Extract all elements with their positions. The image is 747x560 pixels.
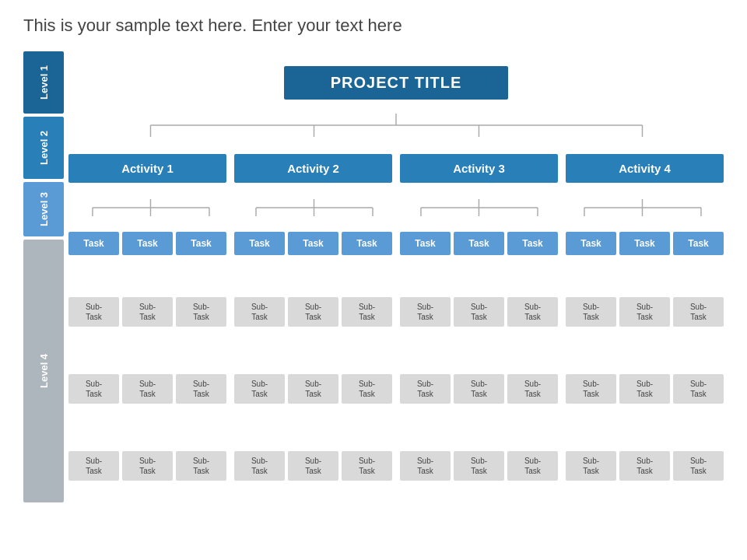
subtask-1-1-2: Sub-Task <box>122 297 173 327</box>
subtasks-row-1: Sub-Task Sub-Task Sub-Task Sub-Task Sub-… <box>68 275 724 348</box>
connector-level1 <box>68 114 724 137</box>
subtask-1-2-3: Sub-Task <box>176 374 226 404</box>
tasks-group-2: Task Task Task <box>234 232 392 255</box>
subtask-2-2-1: Sub-Task <box>234 374 285 404</box>
activity-1-label: Activity 1 <box>121 162 174 175</box>
subtasks-group-4-2: Sub-Task Sub-Task Sub-Task <box>566 374 724 404</box>
tasks-group-3: Task Task Task <box>400 232 558 255</box>
subtask-2-3-1: Sub-Task <box>234 451 285 481</box>
activities-row: Activity 1 Activity 2 Activity 3 Activit… <box>68 137 724 199</box>
level-1-label: Level 1 <box>23 51 64 114</box>
subtask-3-1-2: Sub-Task <box>454 297 504 327</box>
task-1-2: Task <box>122 232 173 255</box>
connector-svg-2 <box>68 199 724 216</box>
subtasks-group-2-2: Sub-Task Sub-Task Sub-Task <box>234 374 392 404</box>
subtask-2-3-2: Sub-Task <box>288 451 338 481</box>
header-text: This is your sample text here. Enter you… <box>23 16 724 36</box>
subtasks-group-2-3: Sub-Task Sub-Task Sub-Task <box>234 451 392 481</box>
subtasks-row-3: Sub-Task Sub-Task Sub-Task Sub-Task Sub-… <box>68 430 724 502</box>
subtask-1-2-1: Sub-Task <box>68 374 119 404</box>
subtask-3-3-2: Sub-Task <box>454 451 504 481</box>
subtask-3-2-1: Sub-Task <box>400 374 451 404</box>
subtask-3-1-1: Sub-Task <box>400 297 451 327</box>
subtask-4-3-3: Sub-Task <box>673 451 724 481</box>
subtask-2-1-1: Sub-Task <box>234 297 285 327</box>
activity-3-box: Activity 3 <box>400 154 558 183</box>
subtask-4-2-1: Sub-Task <box>566 374 616 404</box>
task-1-3: Task <box>176 232 226 255</box>
subtask-1-3-1: Sub-Task <box>68 451 119 481</box>
subtask-2-2-3: Sub-Task <box>342 374 392 404</box>
subtask-4-3-2: Sub-Task <box>619 451 670 481</box>
task-3-1: Task <box>400 232 451 255</box>
diagram-area: Level 1 Level 2 Level 3 Level 4 PROJECT … <box>23 51 724 502</box>
subtask-4-3-1: Sub-Task <box>566 451 616 481</box>
level-4-label: Level 4 <box>23 240 64 502</box>
project-title-row: PROJECT TITLE <box>68 51 724 114</box>
task-4-1: Task <box>566 232 616 255</box>
project-title-box: PROJECT TITLE <box>284 66 509 100</box>
subtask-1-1-1: Sub-Task <box>68 297 119 327</box>
subtask-2-3-3: Sub-Task <box>342 451 392 481</box>
subtasks-group-1-3: Sub-Task Sub-Task Sub-Task <box>68 451 226 481</box>
subtask-3-2-3: Sub-Task <box>507 374 558 404</box>
subtask-1-3-3: Sub-Task <box>176 451 226 481</box>
subtask-4-1-3: Sub-Task <box>673 297 724 327</box>
subtask-1-2-2: Sub-Task <box>122 374 173 404</box>
connector-svg-1 <box>68 114 724 137</box>
subtask-3-1-3: Sub-Task <box>507 297 558 327</box>
level-2-label: Level 2 <box>23 117 64 179</box>
subtask-4-1-2: Sub-Task <box>619 297 670 327</box>
subtask-3-3-1: Sub-Task <box>400 451 451 481</box>
tasks-group-1: Task Task Task <box>68 232 226 255</box>
task-4-2: Task <box>619 232 670 255</box>
activity-3-label: Activity 3 <box>453 162 505 175</box>
subtask-4-2-3: Sub-Task <box>673 374 724 404</box>
connector-level2 <box>68 199 724 216</box>
subtask-4-2-2: Sub-Task <box>619 374 670 404</box>
subtask-2-1-2: Sub-Task <box>288 297 338 327</box>
subtasks-group-1-2: Sub-Task Sub-Task Sub-Task <box>68 374 226 404</box>
subtask-2-2-2: Sub-Task <box>288 374 338 404</box>
task-2-2: Task <box>288 232 338 255</box>
subtasks-group-3-3: Sub-Task Sub-Task Sub-Task <box>400 451 558 481</box>
task-2-1: Task <box>234 232 285 255</box>
task-4-3: Task <box>673 232 724 255</box>
subtask-2-1-3: Sub-Task <box>342 297 392 327</box>
subtask-3-3-3: Sub-Task <box>507 451 558 481</box>
subtasks-section: Sub-Task Sub-Task Sub-Task Sub-Task Sub-… <box>68 275 724 502</box>
activity-2-label: Activity 2 <box>287 162 339 175</box>
task-2-3: Task <box>342 232 392 255</box>
subtasks-row-2: Sub-Task Sub-Task Sub-Task Sub-Task Sub-… <box>68 352 724 425</box>
subtasks-group-2-1: Sub-Task Sub-Task Sub-Task <box>234 297 392 327</box>
page: This is your sample text here. Enter you… <box>0 0 747 560</box>
subtasks-group-1-1: Sub-Task Sub-Task Sub-Task <box>68 297 226 327</box>
tasks-group-4: Task Task Task <box>566 232 724 255</box>
task-3-2: Task <box>454 232 504 255</box>
subtasks-group-4-3: Sub-Task Sub-Task Sub-Task <box>566 451 724 481</box>
subtasks-group-3-2: Sub-Task Sub-Task Sub-Task <box>400 374 558 404</box>
task-1-1: Task <box>68 232 119 255</box>
tasks-row: Task Task Task Task Task Task Task Task … <box>68 216 724 271</box>
subtask-1-1-3: Sub-Task <box>176 297 226 327</box>
activity-2-box: Activity 2 <box>234 154 392 183</box>
level-3-label: Level 3 <box>23 182 64 236</box>
content-area: PROJECT TITLE Activity 1 <box>68 51 724 502</box>
subtask-3-2-2: Sub-Task <box>454 374 504 404</box>
task-3-3: Task <box>507 232 558 255</box>
activity-4-label: Activity 4 <box>619 162 671 175</box>
subtasks-group-3-1: Sub-Task Sub-Task Sub-Task <box>400 297 558 327</box>
activity-1-box: Activity 1 <box>68 154 226 183</box>
subtask-1-3-2: Sub-Task <box>122 451 173 481</box>
subtasks-group-4-1: Sub-Task Sub-Task Sub-Task <box>566 297 724 327</box>
level-labels: Level 1 Level 2 Level 3 Level 4 <box>23 51 64 502</box>
activity-4-box: Activity 4 <box>566 154 724 183</box>
subtask-4-1-1: Sub-Task <box>566 297 616 327</box>
